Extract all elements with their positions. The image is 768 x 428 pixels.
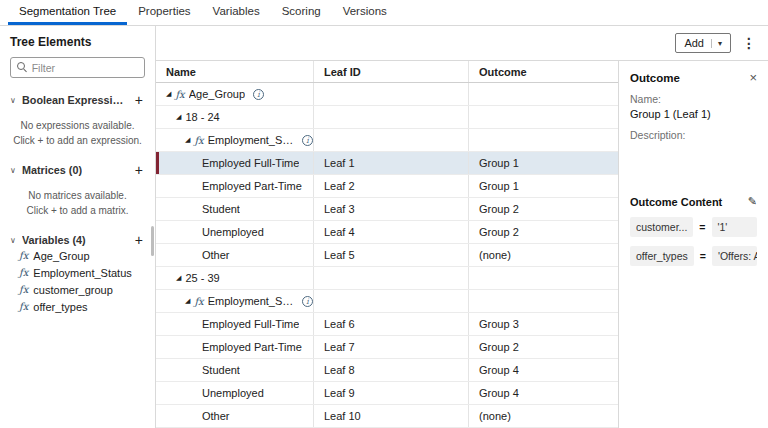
table-row[interactable]: UnemployedLeaf 9Group 4: [156, 382, 618, 405]
outcome-cell: [469, 83, 618, 105]
outcome-cell: Group 2: [469, 221, 618, 243]
table-row[interactable]: UnemployedLeaf 4Group 2: [156, 221, 618, 244]
leaf-id-cell: Leaf 4: [314, 221, 469, 243]
variable-label: Age_Group: [33, 250, 89, 262]
table-row[interactable]: ◢25 - 39: [156, 267, 618, 290]
expand-icon[interactable]: ◢: [176, 274, 181, 282]
tree-elements-panel: Tree Elements ∨ Boolean Expressions... +…: [0, 26, 156, 428]
leaf-id-cell: [314, 83, 469, 105]
table-row[interactable]: ◢ƒxAge_Groupi: [156, 83, 618, 106]
table-row[interactable]: Employed Full-TimeLeaf 6Group 3: [156, 313, 618, 336]
row-name: Employed Part-Time: [202, 341, 302, 353]
leaf-id-cell: Leaf 9: [314, 382, 469, 404]
variable-label: customer_group: [33, 284, 113, 296]
sidebar-scrollbar[interactable]: [151, 226, 154, 256]
filter-box[interactable]: [10, 57, 145, 78]
outcome-cell: Group 2: [469, 198, 618, 220]
row-name: Employed Full-Time: [202, 318, 299, 330]
outcome-cell: [469, 267, 618, 289]
table-row[interactable]: OtherLeaf 5(none): [156, 244, 618, 267]
leaf-id-cell: Leaf 2: [314, 175, 469, 197]
table-row[interactable]: ◢ƒxEmployment_Statusi: [156, 290, 618, 313]
info-icon[interactable]: i: [302, 135, 313, 146]
description-label: Description:: [630, 129, 757, 141]
tab-versions[interactable]: Versions: [332, 0, 398, 25]
row-name: Unemployed: [202, 226, 264, 238]
section-label-variables: Variables (4): [22, 234, 86, 246]
column-header-leaf-id[interactable]: Leaf ID: [314, 61, 469, 82]
tab-scoring[interactable]: Scoring: [271, 0, 332, 25]
tab-segmentation-tree[interactable]: Segmentation Tree: [8, 0, 127, 25]
empty-expressions-text: No expressions available. Click + to add…: [12, 119, 143, 148]
name-cell: Unemployed: [156, 221, 314, 243]
add-button[interactable]: Add ▾: [675, 33, 731, 53]
row-name: Age_Group: [189, 88, 245, 100]
kebab-menu-icon[interactable]: ⋮: [740, 35, 758, 51]
table-row[interactable]: ◢ƒxEmployment_Statusi: [156, 129, 618, 152]
info-icon[interactable]: i: [253, 89, 264, 100]
tab-variables[interactable]: Variables: [202, 0, 271, 25]
table-row[interactable]: Employed Full-TimeLeaf 1Group 1: [156, 152, 618, 175]
table-row[interactable]: StudentLeaf 8Group 4: [156, 359, 618, 382]
row-name: Other: [202, 249, 230, 261]
outcome-content-title: Outcome Content: [630, 196, 722, 208]
chevron-down-icon[interactable]: ∨: [10, 96, 20, 105]
assignment-operator: =: [700, 250, 706, 262]
assignment-variable: customer...: [630, 217, 693, 237]
fx-variable-icon: ƒx: [19, 267, 28, 278]
table-row[interactable]: Employed Part-TimeLeaf 2Group 1: [156, 175, 618, 198]
row-name: Student: [202, 364, 240, 376]
outcome-cell: Group 3: [469, 313, 618, 335]
outcome-cell: (none): [469, 405, 618, 427]
leaf-id-cell: Leaf 5: [314, 244, 469, 266]
add-matrix-button[interactable]: +: [133, 163, 145, 177]
leaf-id-cell: Leaf 8: [314, 359, 469, 381]
expand-icon[interactable]: ◢: [176, 113, 181, 121]
add-variable-button[interactable]: +: [133, 233, 145, 247]
column-header-outcome[interactable]: Outcome: [469, 61, 618, 82]
sidebar-variable-item[interactable]: ƒxoffer_types: [10, 298, 145, 315]
add-expression-button[interactable]: +: [133, 93, 145, 107]
name-cell: Other: [156, 405, 314, 427]
leaf-id-cell: [314, 267, 469, 289]
leaf-id-cell: [314, 290, 469, 312]
chevron-down-icon[interactable]: ∨: [10, 166, 20, 175]
sidebar-variable-item[interactable]: ƒxAge_Group: [10, 247, 145, 264]
outcome-panel-title: Outcome: [630, 72, 680, 84]
info-icon[interactable]: i: [302, 296, 313, 307]
sidebar-variable-item[interactable]: ƒxcustomer_group: [10, 281, 145, 298]
name-cell: ◢25 - 39: [156, 267, 314, 289]
sidebar-variable-item[interactable]: ƒxEmployment_Status: [10, 264, 145, 281]
tabbar: Segmentation TreePropertiesVariablesScor…: [0, 0, 768, 26]
tab-properties[interactable]: Properties: [127, 0, 201, 25]
name-cell: ◢ƒxEmployment_Statusi: [156, 290, 314, 312]
sidebar-title: Tree Elements: [10, 35, 145, 49]
assignment-row[interactable]: offer_types='Offers: A1 ,B1: [630, 246, 757, 266]
expand-icon[interactable]: ◢: [185, 136, 190, 144]
chevron-down-icon[interactable]: ∨: [10, 236, 20, 245]
table-row[interactable]: ◢18 - 24: [156, 106, 618, 129]
assignment-row[interactable]: customer...='1': [630, 217, 757, 237]
fx-variable-icon: ƒx: [194, 296, 203, 307]
expand-icon[interactable]: ◢: [185, 297, 190, 305]
row-name: Other: [202, 410, 230, 422]
close-icon[interactable]: ×: [749, 71, 757, 84]
table-row[interactable]: OtherLeaf 10(none): [156, 405, 618, 428]
table-row[interactable]: Employed Part-TimeLeaf 7Group 2: [156, 336, 618, 359]
assignments-list: customer...='1'offer_types='Offers: A1 ,…: [630, 217, 757, 266]
row-name: Student: [202, 203, 240, 215]
name-cell: Other: [156, 244, 314, 266]
empty-matrices-text: No matrices available. Click + to add a …: [12, 189, 143, 218]
expand-icon[interactable]: ◢: [166, 90, 171, 98]
column-header-name[interactable]: Name: [156, 61, 314, 82]
outcome-cell: Group 2: [469, 336, 618, 358]
filter-input[interactable]: [32, 62, 138, 74]
table-row[interactable]: StudentLeaf 3Group 2: [156, 198, 618, 221]
segmentation-tree-app: Segmentation TreePropertiesVariablesScor…: [0, 0, 768, 428]
name-cell: Employed Full-Time: [156, 313, 314, 335]
leaf-id-cell: Leaf 6: [314, 313, 469, 335]
leaf-id-cell: [314, 106, 469, 128]
edit-pencil-icon[interactable]: ✎: [748, 195, 757, 208]
outcome-panel: Outcome × Name: Group 1 (Leaf 1) Descrip…: [618, 61, 768, 428]
name-cell: Student: [156, 198, 314, 220]
